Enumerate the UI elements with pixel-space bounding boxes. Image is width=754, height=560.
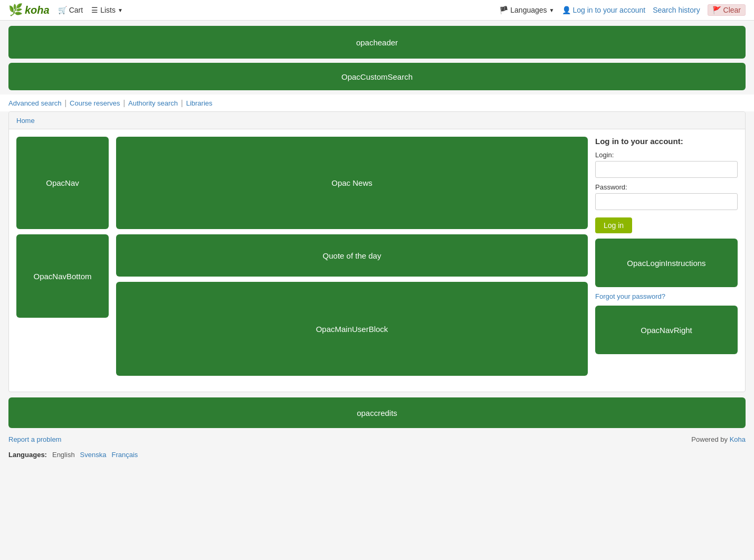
koha-logo-icon: 🌿: [8, 3, 23, 17]
lists-dropdown-arrow: ▼: [118, 7, 123, 13]
nav-right: 🏴 Languages ▼ 👤 Log in to your account S…: [499, 4, 746, 16]
password-field-group: Password:: [595, 183, 738, 210]
flag-icon: 🏴: [499, 6, 508, 14]
main-container: Home OpacNav OpacNavBottom Opac News Quo…: [8, 111, 746, 392]
left-column: OpacNav OpacNavBottom: [16, 137, 109, 376]
login-button[interactable]: Log in: [595, 217, 632, 233]
language-english: English: [52, 451, 75, 459]
clear-button[interactable]: 🚩 Clear: [708, 4, 746, 16]
language-svenska-link[interactable]: Svenska: [80, 451, 107, 459]
sep1: |: [64, 99, 66, 107]
report-problem-link[interactable]: Report a problem: [8, 435, 61, 443]
password-input[interactable]: [595, 193, 738, 210]
libraries-link[interactable]: Libraries: [186, 99, 213, 107]
opac-header-block: opacheader: [8, 26, 746, 59]
right-column: Log in to your account: Login: Password:…: [595, 137, 738, 376]
languages-dropdown-arrow: ▼: [549, 7, 555, 13]
logo-text: koha: [25, 4, 50, 16]
login-input[interactable]: [595, 161, 738, 178]
languages-bar: Languages: English Svenska Français: [0, 448, 754, 464]
opac-credits-block: opaccredits: [8, 397, 746, 428]
opac-main-user-block: OpacMainUserBlock: [116, 282, 588, 376]
password-label: Password:: [595, 183, 738, 191]
breadcrumb: Home: [9, 112, 745, 129]
forgot-password-link[interactable]: Forgot your password?: [595, 292, 738, 300]
login-link[interactable]: 👤 Log in to your account: [562, 6, 646, 14]
home-breadcrumb[interactable]: Home: [16, 117, 35, 125]
login-field-group: Login:: [595, 151, 738, 178]
lists-icon: ☰: [91, 6, 98, 14]
sep3: |: [181, 99, 183, 107]
powered-by: Powered by Koha: [691, 435, 746, 443]
opac-nav-bottom-block: OpacNavBottom: [16, 234, 109, 318]
login-box: Log in to your account: Login: Password:…: [595, 137, 738, 233]
koha-link[interactable]: Koha: [730, 435, 746, 443]
cart-icon: 🛒: [58, 6, 67, 14]
languages-label: Languages:: [8, 451, 47, 459]
languages-link[interactable]: 🏴 Languages ▼: [499, 6, 554, 14]
opac-custom-search-block: OpacCustomSearch: [8, 63, 746, 90]
user-icon: 👤: [562, 6, 571, 14]
logo[interactable]: 🌿 koha: [8, 3, 50, 17]
opac-login-instructions-block: OpacLoginInstructions: [595, 239, 738, 287]
opac-nav-block: OpacNav: [16, 137, 109, 229]
language-francais-link[interactable]: Français: [111, 451, 138, 459]
clear-icon: 🚩: [712, 6, 721, 14]
course-reserves-link[interactable]: Course reserves: [70, 99, 120, 107]
opac-news-block: Opac News: [116, 137, 588, 229]
advanced-search-link[interactable]: Advanced search: [8, 99, 61, 107]
opac-nav-right-block: OpacNavRight: [595, 306, 738, 354]
nav-left: 🌿 koha 🛒 Cart ☰ Lists ▼: [8, 3, 123, 17]
content-layout: OpacNav OpacNavBottom Opac News Quote of…: [9, 129, 745, 383]
login-label: Login:: [595, 151, 738, 159]
nav-links-bar: Advanced search | Course reserves | Auth…: [0, 94, 754, 111]
middle-column: Opac News Quote of the day OpacMainUserB…: [116, 137, 588, 376]
authority-search-link[interactable]: Authority search: [128, 99, 178, 107]
lists-link[interactable]: ☰ Lists ▼: [91, 6, 123, 14]
login-title: Log in to your account:: [595, 137, 738, 146]
top-navbar: 🌿 koha 🛒 Cart ☰ Lists ▼ 🏴 Languages ▼ 👤 …: [0, 0, 754, 21]
cart-link[interactable]: 🛒 Cart: [58, 6, 83, 14]
sep2: |: [123, 99, 125, 107]
search-history-link[interactable]: Search history: [653, 6, 700, 14]
footer-bar: Report a problem Powered by Koha: [0, 431, 754, 448]
quote-of-day-block: Quote of the day: [116, 234, 588, 277]
